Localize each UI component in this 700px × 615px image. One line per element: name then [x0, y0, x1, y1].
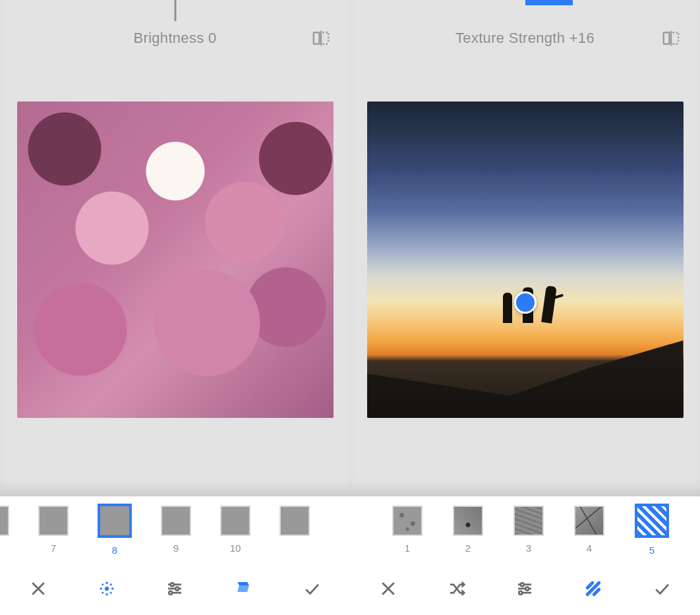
adjustment-label: Brightness 0 — [134, 30, 217, 47]
texture-thumb[interactable]: 4 — [574, 506, 604, 554]
texture-thumb[interactable]: 1 — [392, 506, 423, 554]
texture-strip[interactable]: 1 2 3 4 5 — [350, 496, 700, 562]
svg-point-12 — [102, 583, 103, 585]
preview-image[interactable] — [17, 102, 334, 418]
cancel-button[interactable] — [368, 569, 408, 608]
svg-point-19 — [176, 587, 179, 591]
texture-thumb[interactable]: 3 — [513, 506, 544, 554]
svg-point-14 — [102, 592, 103, 594]
adjustment-label: Texture Strength +16 — [455, 30, 595, 47]
ambiance-icon[interactable] — [87, 569, 127, 608]
preset-thumb[interactable]: 7 — [38, 506, 69, 554]
svg-rect-22 — [664, 32, 670, 44]
texture-thumb-selected[interactable]: 5 — [635, 506, 669, 556]
cancel-button[interactable] — [18, 569, 58, 608]
preview-image[interactable] — [367, 102, 684, 418]
focus-point-icon[interactable] — [514, 291, 537, 314]
svg-point-11 — [111, 587, 114, 590]
svg-rect-0 — [314, 32, 320, 44]
svg-point-7 — [105, 587, 109, 591]
compare-icon[interactable] — [659, 26, 683, 50]
bottom-toolbar — [350, 562, 700, 615]
svg-point-30 — [521, 583, 524, 586]
shuffle-icon[interactable] — [437, 569, 477, 608]
editor-pane-right: Texture Strength +16 1 2 3 — [350, 0, 700, 615]
svg-line-36 — [588, 583, 593, 588]
canvas-area[interactable]: Texture Strength +16 — [350, 0, 700, 496]
compare-icon[interactable] — [309, 26, 333, 50]
preset-thumb[interactable]: 6 — [0, 506, 9, 554]
svg-point-10 — [100, 587, 102, 590]
adjustment-header[interactable]: Texture Strength +16 — [350, 0, 700, 76]
svg-point-13 — [109, 583, 111, 585]
svg-point-8 — [105, 582, 108, 585]
preset-thumb-selected[interactable]: 8 — [98, 506, 132, 556]
svg-line-37 — [595, 589, 600, 595]
preset-strip[interactable]: 6 7 8 9 10 — [0, 496, 350, 562]
svg-point-15 — [109, 592, 111, 594]
apply-button[interactable] — [292, 569, 332, 608]
preset-thumb[interactable] — [279, 506, 310, 542]
preset-thumb[interactable]: 9 — [161, 506, 191, 554]
styles-icon[interactable] — [223, 569, 263, 608]
apply-button[interactable] — [642, 569, 682, 608]
texture-thumb[interactable]: 2 — [453, 506, 483, 554]
tune-icon[interactable] — [505, 569, 544, 608]
canvas-area[interactable]: Brightness 0 — [0, 0, 350, 496]
svg-point-21 — [169, 591, 173, 595]
bottom-toolbar — [0, 562, 350, 615]
tune-icon[interactable] — [155, 569, 194, 608]
svg-point-9 — [105, 593, 108, 596]
svg-point-32 — [526, 587, 529, 591]
svg-point-17 — [171, 583, 174, 586]
texture-icon[interactable] — [573, 569, 613, 608]
preset-thumb[interactable]: 10 — [220, 506, 250, 554]
svg-point-34 — [519, 591, 523, 595]
editor-pane-left: Brightness 0 6 7 8 9 10 — [0, 0, 350, 615]
adjustment-header[interactable]: Brightness 0 — [0, 0, 350, 76]
